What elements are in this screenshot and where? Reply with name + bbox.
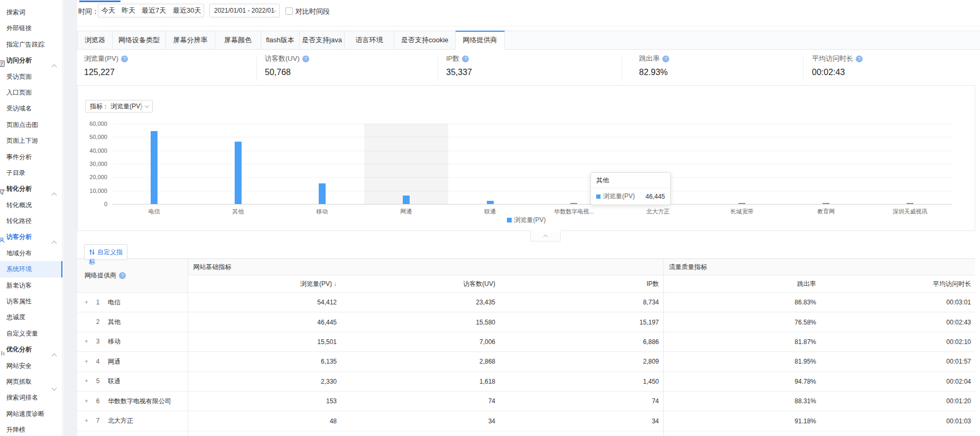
help-icon[interactable]: ? <box>302 55 309 62</box>
column-header-1[interactable]: 浏览量(PV)↓ <box>188 275 341 293</box>
sidebar-item-visit-analysis[interactable]: 访问分析 <box>0 52 62 68</box>
help-icon[interactable]: ? <box>662 55 669 62</box>
value-cell: 48 <box>188 411 341 431</box>
sidebar-item-label: 地域分布 <box>6 249 32 257</box>
legend-swatch <box>507 218 512 222</box>
tab-language[interactable]: 语言环境 <box>345 31 394 50</box>
sidebar-item-rise-fall-list[interactable]: 升降榜 <box>0 422 62 436</box>
help-icon[interactable]: ? <box>462 55 469 62</box>
sidebar-item-page-crawl[interactable]: 网页抓取 <box>0 374 62 389</box>
sidebar-item-external-links[interactable]: 外部链接 <box>0 20 62 36</box>
metric-selector-dropdown[interactable]: 指标： 浏览量(PV) <box>85 100 153 113</box>
metric-value: 82.93% <box>639 68 669 77</box>
sidebar-item-label: 新老访客 <box>6 282 32 289</box>
sidebar-item-subdirectory[interactable]: 子目录 <box>0 165 62 181</box>
bar-4[interactable] <box>403 196 410 204</box>
time-quick-option-yesterday[interactable]: 昨天 <box>122 4 135 17</box>
bar-1[interactable] <box>151 131 158 204</box>
time-label: 时间： <box>78 7 99 16</box>
sidebar-item-site-security[interactable]: 网站安全 <box>0 358 62 374</box>
help-icon[interactable]: ? <box>119 272 126 279</box>
sidebar-item-region-distribution[interactable]: 地域分布 <box>0 245 62 261</box>
value-cell: 74 <box>500 391 663 411</box>
value-cell: 2,809 <box>500 352 663 372</box>
tab-network-provider[interactable]: 网络提供商 <box>456 31 505 50</box>
value-cell: 81.95% <box>663 352 820 372</box>
help-icon[interactable]: ? <box>121 55 128 62</box>
sidebar-item-visited-pages[interactable]: 受访页面 <box>0 69 62 85</box>
tab-screen-resolution[interactable]: 屏幕分辨率 <box>166 31 215 50</box>
tab-browser[interactable]: 浏览器 <box>77 31 113 50</box>
bar-5[interactable] <box>487 201 494 204</box>
sidebar-item-conversion-path[interactable]: 转化路径 <box>0 213 62 229</box>
sidebar-item-search-words[interactable]: 搜索词 <box>0 4 62 20</box>
sidebar-item-site-speed-diagnosis[interactable]: 网站速度诊断 <box>0 406 62 422</box>
bar-10[interactable] <box>907 203 913 204</box>
sidebar-item-visitor-analysis[interactable]: 访客分析 <box>0 229 62 245</box>
bar-9[interactable] <box>822 203 829 204</box>
sidebar-item-ad-tracking[interactable]: 指定广告跟踪 <box>0 36 62 52</box>
sidebar-item-entry-pages[interactable]: 入口页面 <box>0 85 62 100</box>
sidebar-item-visited-domains[interactable]: 受访域名 <box>0 100 62 116</box>
chart-collapse-toggle[interactable] <box>530 230 561 242</box>
x-axis-label: 其他 <box>196 208 280 216</box>
sidebar-item-label: 自定义变量 <box>6 330 38 337</box>
time-quick-option-today[interactable]: 今天 <box>101 4 115 17</box>
chart-legend[interactable]: 浏览量(PV) <box>78 216 975 225</box>
compare-checkbox[interactable] <box>285 7 293 15</box>
sidebar-item-custom-variables[interactable]: 自定义变量 <box>0 326 62 341</box>
sidebar-item-event-analysis[interactable]: 事件分析 <box>0 149 62 165</box>
expand-row-button[interactable]: + <box>85 417 90 424</box>
analytics-dashboard: 搜索词外部链接指定广告跟踪访问分析受访页面入口页面受访域名页面点击图页面上下游事… <box>0 0 980 436</box>
sidebar-item-system-environment[interactable]: 系统环境 <box>0 261 62 277</box>
expand-row-button[interactable]: + <box>85 299 90 306</box>
sidebar-item-page-flow[interactable]: 页面上下游 <box>0 133 62 149</box>
sidebar-item-search-word-ranking[interactable]: 搜索词排名 <box>0 389 62 405</box>
sidebar-item-label: 优化分析 <box>6 346 32 353</box>
column-header-4[interactable]: 跳出率 <box>663 275 820 293</box>
tab-java-support[interactable]: 是否支持java <box>300 31 345 50</box>
row-rank: 3 <box>94 338 101 345</box>
y-axis-tick: 30,000 <box>78 161 107 167</box>
provider-name: 华数数字电视有限公司 <box>108 397 171 405</box>
column-header-3[interactable]: IP数 <box>500 275 663 293</box>
column-header-5[interactable]: 平均访问时长 <box>820 275 975 293</box>
expand-row-button[interactable]: + <box>85 397 90 405</box>
tab-device-type[interactable]: 网络设备类型 <box>113 31 166 50</box>
help-icon[interactable]: ? <box>856 55 863 62</box>
tab-screen-color[interactable]: 屏幕颜色 <box>215 31 261 50</box>
x-axis-label: 联通 <box>448 208 532 216</box>
bar-3[interactable] <box>319 183 326 204</box>
time-quick-option-last-7-days[interactable]: 最近7天 <box>142 4 166 17</box>
tab-flash-version[interactable]: flash版本 <box>261 31 300 50</box>
bar-8[interactable] <box>738 203 745 204</box>
sidebar-item-label: 升降榜 <box>6 426 25 433</box>
sort-desc-icon[interactable]: ↓ <box>334 280 337 287</box>
time-quick-option-last-30-days[interactable]: 最近30天 <box>173 4 201 17</box>
table-row: +1电信54,41223,4358,73486.83%00:03:01 <box>77 293 975 312</box>
sidebar-item-optimization-analysis[interactable]: 优化分析 <box>0 341 62 357</box>
tab-cookie-support[interactable]: 是否支持cookie <box>394 31 456 50</box>
custom-metrics-button[interactable]: 自定义指标 <box>84 244 127 260</box>
sidebar-item-new-returning-visitors[interactable]: 新老访客 <box>0 277 62 293</box>
expand-row-button[interactable]: + <box>85 377 90 385</box>
conversion-analysis-icon <box>0 185 5 192</box>
column-header-2[interactable]: 访客数(UV) <box>341 275 500 293</box>
sidebar-nav: 搜索词外部链接指定广告跟踪访问分析受访页面入口页面受访域名页面点击图页面上下游事… <box>0 0 63 436</box>
sidebar-item-loyalty[interactable]: 忠诚度 <box>0 309 62 325</box>
provider-name: 联通 <box>108 377 121 385</box>
bar-6[interactable] <box>570 203 577 204</box>
sidebar-item-visitor-attributes[interactable]: 访客属性 <box>0 293 62 309</box>
value-cell: 00:02:04 <box>820 372 975 391</box>
chart-card: 指标： 浏览量(PV) 60,00050,00040,00030,00020,0… <box>77 85 975 231</box>
provider-name-cell: +3移动 <box>77 332 188 351</box>
metric-value: 125,227 <box>84 68 128 77</box>
expand-row-button[interactable]: + <box>85 358 90 365</box>
sidebar-item-conversion-analysis[interactable]: 转化分析 <box>0 181 62 197</box>
sidebar-item-page-click-map[interactable]: 页面点击图 <box>0 117 62 133</box>
date-range-picker[interactable]: 2021/01/01 - 2022/01 <box>209 4 280 17</box>
expand-row-button[interactable]: + <box>85 338 90 345</box>
bar-2[interactable] <box>235 142 242 204</box>
sidebar-item-conversion-overview[interactable]: 转化概况 <box>0 197 62 213</box>
table-row: 2其他46,44515,58015,19776.58%00:02:43 <box>77 312 975 332</box>
